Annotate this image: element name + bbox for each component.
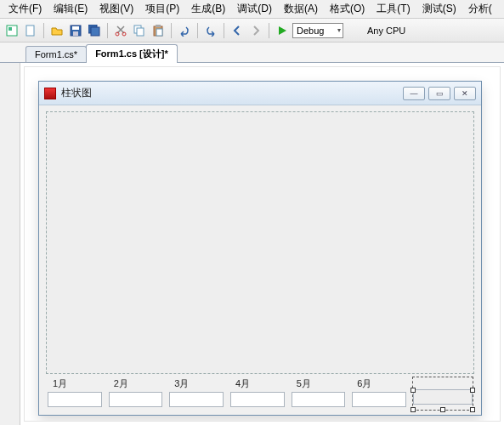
left-toolbox-strip[interactable] [0,63,20,425]
svg-rect-14 [156,29,162,36]
close-button[interactable]: ✕ [454,87,476,100]
tab-form1-design[interactable]: Form1.cs [设计]* [86,44,178,63]
platform-dropdown[interactable]: Any CPU [364,26,409,36]
separator [269,23,269,38]
label-6: 6月 [352,377,371,390]
separator [197,23,198,38]
toolbar: Debug Any CPU [0,19,504,42]
svg-rect-13 [156,25,161,27]
input-row: 1月 2月 3月 4月 5月 [48,377,473,410]
tab-form1-cs[interactable]: Form1.cs* [25,46,87,62]
label-4: 4月 [230,377,250,390]
menu-data[interactable]: 数据(A) [279,0,323,18]
menu-test[interactable]: 测试(S) [417,0,462,18]
copy-button[interactable] [131,22,148,39]
panel-control[interactable] [46,111,474,374]
field-1: 1月 [48,377,102,410]
field-4: 4月 [230,377,285,410]
form-titlebar[interactable]: 柱状图 — ▭ ✕ [39,82,481,105]
new-project-button[interactable] [3,22,20,39]
minimize-button[interactable]: — [403,87,425,100]
label-3: 3月 [169,377,189,390]
button-control-selected[interactable] [413,377,473,410]
menu-tools[interactable]: 工具(T) [371,0,415,18]
textbox-3[interactable] [169,392,224,407]
label-1: 1月 [48,377,67,390]
svg-rect-7 [91,27,99,36]
form-icon [44,88,56,99]
navigate-back-button[interactable] [229,22,246,39]
field-5: 5月 [292,377,346,410]
separator [224,23,224,38]
form-title: 柱状图 [61,86,403,100]
resize-handle[interactable] [411,407,416,412]
menu-build[interactable]: 生成(B) [186,0,230,18]
field-3: 3月 [169,377,224,410]
menu-edit[interactable]: 编辑(E) [48,0,93,18]
resize-handle[interactable] [470,388,475,393]
button-control[interactable] [413,389,473,405]
textbox-5[interactable] [292,392,346,407]
menu-bar: 文件(F) 编辑(E) 视图(V) 项目(P) 生成(B) 调试(D) 数据(A… [0,0,504,19]
textbox-1[interactable] [48,392,102,407]
svg-rect-1 [8,27,12,31]
menu-file[interactable]: 文件(F) [3,0,47,18]
resize-handle[interactable] [440,407,445,412]
navigate-forward-button[interactable] [247,22,264,39]
textbox-2[interactable] [109,392,163,407]
cut-button[interactable] [112,22,129,39]
separator [43,23,44,38]
save-button[interactable] [67,22,84,39]
maximize-button[interactable]: ▭ [428,87,450,100]
config-dropdown[interactable]: Debug [292,23,343,38]
designer-surface[interactable]: 柱状图 — ▭ ✕ 1月 2月 3月 [24,66,501,422]
menu-project[interactable]: 项目(P) [140,0,184,18]
spacer [413,377,421,388]
save-all-button[interactable] [86,22,103,39]
label-5: 5月 [292,377,311,390]
menu-debug[interactable]: 调试(D) [232,0,277,18]
label-2: 2月 [109,377,128,390]
window-buttons: — ▭ ✕ [403,87,476,100]
menu-format[interactable]: 格式(O) [325,0,370,18]
menu-view[interactable]: 视图(V) [94,0,139,18]
textbox-6[interactable] [352,392,406,407]
separator [345,22,362,39]
document-tabs: Form1.cs* Form1.cs [设计]* [0,42,504,63]
field-2: 2月 [109,377,163,410]
resize-handle[interactable] [411,388,416,393]
field-6: 6月 [352,377,406,410]
redo-button[interactable] [202,22,219,39]
svg-rect-4 [72,26,79,30]
open-button[interactable] [48,22,65,39]
resize-handle[interactable] [470,407,475,412]
svg-rect-5 [73,31,78,36]
menu-analyze[interactable]: 分析( [463,0,497,18]
work-area: 柱状图 — ▭ ✕ 1月 2月 3月 [0,63,504,425]
separator [171,23,172,38]
new-file-button[interactable] [22,22,39,39]
textbox-4[interactable] [230,392,285,407]
undo-button[interactable] [176,22,193,39]
svg-rect-2 [26,26,34,36]
separator [107,23,108,38]
start-button[interactable] [274,22,291,39]
form-window[interactable]: 柱状图 — ▭ ✕ 1月 2月 3月 [38,81,482,416]
svg-rect-11 [137,28,144,36]
paste-button[interactable] [150,22,167,39]
